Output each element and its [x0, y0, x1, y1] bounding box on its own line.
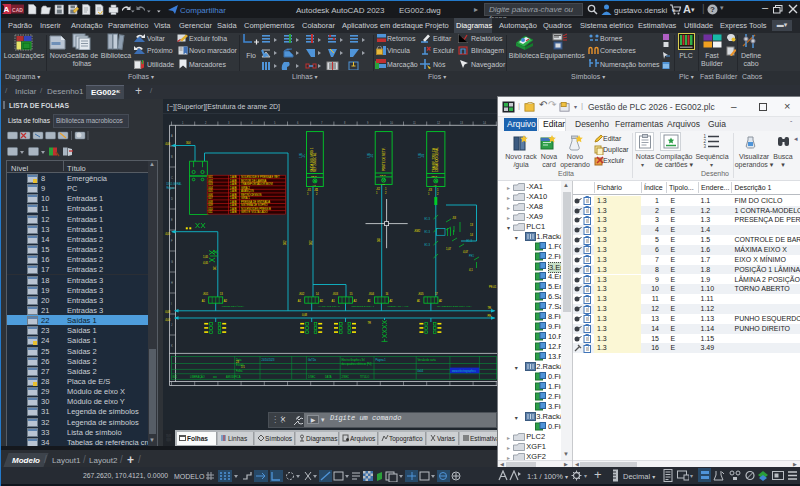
svg-text:1/SEC: 1/SEC: [308, 375, 316, 379]
svg-text:Electro Graphics Srl: Electro Graphics Srl: [342, 358, 365, 362]
svg-text:MOTOR DE LÂMINA: MOTOR DE LÂMINA: [222, 305, 245, 308]
svg-text:A1: A1: [298, 299, 302, 303]
svg-text:PE-01: PE-01: [489, 285, 497, 289]
svg-text:304: 304: [186, 141, 191, 145]
svg-text:E1.3: E1.3: [425, 230, 431, 234]
svg-text:A: A: [4, 5, 10, 14]
svg-text:006: 006: [208, 193, 213, 197]
svg-text:-X2: -X2: [376, 187, 381, 191]
svg-text:AVANÇOS: AVANÇOS: [241, 189, 254, 193]
svg-text:PE N: PE N: [311, 175, 317, 178]
svg-text:SOLENOIDE E PRENSA E RET: SOLENOIDE E PRENSA E RET: [241, 175, 280, 179]
svg-text:TRANSPORTADOR-MOVI VIGA: TRANSPORTADOR-MOVI VIGA: [437, 305, 472, 308]
svg-text:010: 010: [208, 207, 213, 211]
svg-text:GIRA 1: GIRA 1: [241, 196, 250, 200]
svg-text:A1: A1: [417, 299, 421, 303]
svg-text:004: 004: [208, 186, 213, 190]
svg-text:COMANDO GERAL: COMANDO GERAL: [435, 147, 439, 172]
svg-text:1,05: 1,05: [203, 255, 209, 259]
svg-text:PRENSA TR. A VIR.: PRENSA TR. A VIR.: [387, 305, 409, 308]
svg-text:www.electrographics: www.electrographics: [452, 369, 476, 373]
svg-text:-X1: -X1: [307, 188, 312, 192]
svg-text:1:1: 1:1: [241, 365, 245, 369]
svg-text:GIRO E VOLTA LADO: GIRO E VOLTA LADO: [241, 210, 267, 214]
svg-text:1 A/B: 1 A/B: [230, 207, 237, 211]
svg-text:0,08: 0,08: [165, 310, 171, 314]
svg-text:-K01: -K01: [203, 292, 209, 296]
svg-text:MOTOR DE LÂMINA: MOTOR DE LÂMINA: [241, 179, 266, 183]
svg-text:011: 011: [208, 210, 213, 214]
svg-text:[−][Superior][Estrutura de ara: [−][Superior][Estrutura de arame 2D]: [167, 103, 280, 111]
svg-text:K: K: [171, 344, 173, 348]
svg-text:304: 304: [377, 237, 381, 242]
svg-text:A: A: [171, 134, 173, 138]
svg-text:D: D: [171, 197, 173, 201]
svg-text:RETROCESSOS: RETROCESSOS: [241, 193, 262, 197]
svg-text:E1.3: E1.3: [425, 217, 431, 221]
svg-text:4,05: 4,05: [165, 232, 171, 236]
svg-text:0x04: 0x04: [418, 369, 424, 373]
svg-text:3: 3: [704, 144, 707, 149]
svg-text:AMODIFICA: AMODIFICA: [226, 375, 241, 379]
svg-text:?: ?: [710, 5, 715, 14]
svg-text:-KM2: -KM2: [414, 229, 421, 233]
svg-text:003: 003: [208, 182, 213, 186]
svg-text:PONTE DE RETIF.: PONTE DE RETIF.: [382, 147, 386, 171]
svg-text:302: 302: [283, 240, 287, 245]
svg-text:24/10/2023: 24/10/2023: [262, 358, 276, 362]
svg-text:SISTEMA DE SOPRO: SISTEMA DE SOPRO: [241, 203, 268, 207]
svg-text:-K03: -K03: [333, 292, 339, 296]
svg-text:007: 007: [208, 196, 213, 200]
svg-text:A2: A2: [389, 299, 393, 303]
svg-text:PE.: PE.: [488, 314, 492, 318]
svg-text:B01: B01: [173, 375, 178, 379]
svg-text:E1.3: E1.3: [467, 239, 473, 243]
svg-text:1 A/B: 1 A/B: [230, 193, 237, 197]
svg-text:PE N: PE N: [432, 175, 438, 178]
svg-text:4,07: 4,07: [463, 250, 469, 254]
svg-text:RETORNO E GIRA 1: RETORNO E GIRA 1: [352, 305, 375, 308]
svg-text:1 A/B: 1 A/B: [230, 196, 237, 200]
svg-text:1 A/B: 1 A/B: [230, 179, 237, 183]
svg-text:TRANSPORTADOR MOVI: TRANSPORTADOR MOVI: [241, 182, 273, 186]
svg-text:1 A/B: 1 A/B: [230, 186, 237, 190]
svg-text:TÍTULO: TÍTULO: [360, 375, 369, 379]
svg-text:SOLENOIDES PRESS B: SOLENOIDES PRESS B: [241, 207, 271, 211]
svg-text:009: 009: [208, 203, 213, 207]
svg-text:PE N: PE N: [380, 174, 386, 177]
svg-text:Folha: Folha: [236, 369, 243, 373]
svg-text:005: 005: [208, 189, 213, 193]
svg-text:2/SEC: 2/SEC: [342, 375, 350, 379]
svg-text:0,08: 0,08: [302, 313, 308, 317]
svg-text:A2: A2: [224, 299, 228, 303]
svg-text:TR.: TR.: [488, 306, 492, 310]
svg-text:-S3: -S3: [452, 216, 457, 220]
svg-text:-U2: -U2: [370, 153, 374, 158]
svg-text:Página 1: Página 1: [376, 358, 387, 362]
svg-text:GIRA 2: GIRA 2: [241, 186, 250, 190]
svg-text:1 A/B: 1 A/B: [230, 189, 237, 193]
svg-text:REF 24VDC AL: REF 24VDC AL: [313, 152, 317, 172]
svg-text:-K05: -K05: [418, 292, 424, 296]
svg-text:-U1: -U1: [302, 153, 306, 158]
svg-text:-U3: -U3: [421, 153, 425, 158]
svg-text:Régua: Régua: [167, 186, 175, 190]
svg-text:A1: A1: [202, 299, 206, 303]
svg-text:A1: A1: [332, 299, 336, 303]
svg-text:1,07: 1,07: [446, 247, 452, 251]
svg-text:A2: A2: [439, 299, 443, 303]
svg-text:CAD: CAD: [12, 7, 23, 13]
svg-text:1 A/B: 1 A/B: [230, 182, 237, 186]
svg-text:1 A/B: 1 A/B: [230, 210, 237, 214]
svg-text:1 A/B: 1 A/B: [230, 203, 237, 207]
svg-text:302: 302: [309, 240, 313, 245]
svg-text:Versão do carta: Versão do carta: [418, 358, 437, 362]
svg-text:A2: A2: [320, 299, 324, 303]
svg-text:C: C: [171, 176, 173, 180]
svg-text:4,1: 4,1: [469, 268, 473, 272]
svg-text:DATA: DATA: [325, 375, 332, 379]
svg-text:1 A/B: 1 A/B: [230, 175, 237, 179]
svg-text:A1: A1: [367, 299, 371, 303]
svg-text:-K02: -K02: [299, 292, 305, 296]
svg-text:TR: TR: [368, 321, 372, 325]
